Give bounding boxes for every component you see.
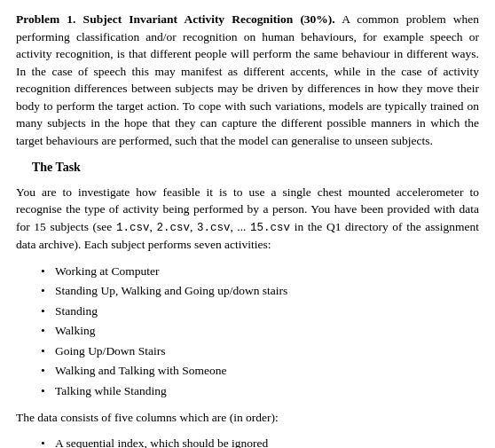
data-paragraph: The data consists of five columns which … [16, 409, 479, 427]
list-item: A sequential index, which should be igno… [41, 435, 479, 448]
final-items-list: A sequential index, which should be igno… [41, 435, 479, 448]
csv2-code: 2.csv [156, 222, 190, 234]
list-item: Walking [41, 322, 479, 340]
list-item: Standing Up, Walking and Going up/down s… [41, 282, 479, 300]
list-item: Standing [41, 303, 479, 320]
list-item: Going Up/Down Stairs [41, 342, 479, 360]
task-comma3: , ... [230, 220, 250, 233]
activities-list: Working at Computer Standing Up, Walking… [41, 263, 479, 400]
list-item: Talking while Standing [41, 382, 479, 400]
task-comma2: , [190, 220, 197, 233]
csv3-code: 3.csv [197, 222, 231, 234]
problem-title-bold: Problem 1. Subject Invariant Activity Re… [16, 12, 335, 26]
csv1-code: 1.csv [116, 222, 150, 234]
list-item: Working at Computer [41, 263, 479, 280]
problem-intro: Problem 1. Subject Invariant Activity Re… [16, 11, 479, 150]
list-item: Walking and Talking with Someone [41, 362, 479, 380]
csv4-code: 15.csv [250, 222, 290, 234]
problem-intro-text: A common problem when performing classif… [16, 12, 479, 147]
task-heading: The Task [32, 159, 479, 177]
task-paragraph-1: You are to investigate how feasible it i… [16, 184, 479, 254]
problem-section: Problem 1. Subject Invariant Activity Re… [16, 11, 479, 150]
task-section: The Task You are to investigate how feas… [16, 159, 479, 449]
